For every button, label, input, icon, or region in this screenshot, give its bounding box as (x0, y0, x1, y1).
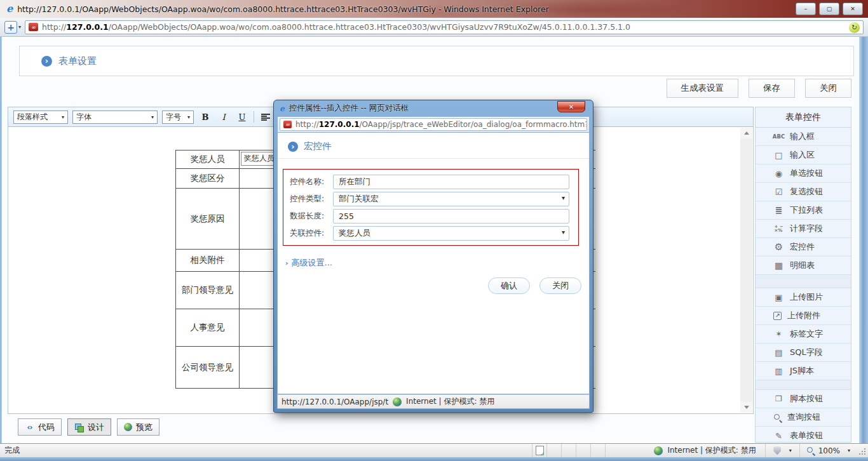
highlight-annotation-box: 控件名称:所在部门控件类型:部门关联宏数据长度:255关联控件:奖惩人员 (283, 169, 579, 246)
sidebar-item-label-text[interactable]: 标签文字 (756, 325, 851, 344)
sidebar-item-query-button[interactable]: 查询按钮 (756, 408, 851, 427)
canvas-scrollbar[interactable] (740, 128, 752, 413)
ie-logo-icon: e (280, 105, 285, 112)
minimize-button[interactable]: – (796, 3, 816, 15)
zone-text: Internet | 保护模式: 禁用 (667, 445, 756, 456)
sidebar-item-form-button[interactable]: 表单按钮 (756, 427, 851, 443)
pencil-icon (773, 431, 784, 441)
sidebar-separator (756, 380, 851, 390)
radio-icon (773, 169, 784, 178)
sidebar-item-label: 复选按钮 (790, 186, 823, 197)
italic-button[interactable]: I (217, 110, 231, 124)
sidebar-item-input-box[interactable]: 输入框 (756, 128, 851, 146)
close-button[interactable]: ✕ (843, 3, 863, 15)
favorites-add-icon[interactable]: + (4, 21, 17, 34)
grid-icon (773, 260, 784, 271)
browser-window: e http://127.0.0.1/OAapp/WebObjects/OAap… (0, 0, 868, 461)
field-label: 关联控件: (290, 228, 333, 239)
sidebar-item-label: 脚本按钮 (790, 393, 823, 404)
font-size-label: 字号 (166, 112, 181, 123)
close-page-button[interactable]: 关闭 (805, 79, 851, 98)
table-label-cell[interactable]: 人事意见 (176, 309, 240, 346)
table-label-cell[interactable]: 公司领导意见 (176, 347, 240, 388)
window-frame-left (0, 37, 2, 457)
underline-button[interactable]: U (235, 110, 249, 124)
sidebar-item-input-area[interactable]: 输入区 (756, 146, 851, 164)
field-input[interactable]: 所在部门 (333, 175, 569, 189)
sidebar-item-macro-control[interactable]: 宏控件 (756, 238, 851, 257)
tab-code[interactable]: 代码 (18, 418, 62, 436)
zoom-control[interactable]: 100% ▾ (800, 444, 857, 457)
refresh-icon[interactable]: ↻ (849, 22, 860, 33)
form-settings-header: 表单设置 (19, 46, 854, 76)
field-input[interactable]: 255 (333, 209, 569, 224)
sidebar-item-check-button[interactable]: 复选按钮 (756, 183, 851, 201)
table-label-cell[interactable]: 部门领导意见 (176, 272, 240, 309)
dialog-url: ∞ http://127.0.0.1/OAapp/jsp/trace_eWebE… (280, 118, 587, 131)
dialog-close-action-button[interactable]: 关闭 (539, 277, 581, 294)
save-button[interactable]: 保存 (749, 79, 795, 98)
tab-design[interactable]: 设计 (67, 418, 111, 436)
list-icon (773, 205, 784, 215)
sidebar-item-label: 输入区 (790, 149, 815, 161)
tab-label: 代码 (38, 422, 55, 433)
field-label: 数据长度: (290, 211, 333, 222)
chevron-down-icon[interactable]: ▾ (18, 24, 21, 30)
sidebar-item-upload-image[interactable]: 上传图片 (756, 288, 851, 307)
url-input[interactable]: ∞ http://127.0.0.1/OAapp/WebObjects/OAap… (25, 20, 864, 34)
sidebar-item-label: 查询按钮 (787, 411, 820, 423)
table-label-cell[interactable]: 相关附件 (176, 250, 240, 271)
address-bar: + ▾ ∞ http://127.0.0.1/OAapp/WebObjects/… (0, 18, 868, 37)
status-text: 完成 (0, 444, 532, 457)
sidebar-item-dropdown-list[interactable]: 下拉列表 (756, 201, 851, 220)
sidebar-item-upload-attachment[interactable]: 上传附件 (756, 307, 851, 325)
paragraph-style-label: 段落样式 (17, 112, 48, 123)
export-icon (773, 312, 782, 320)
field-select[interactable]: 奖惩人员 (333, 226, 569, 241)
tab-preview[interactable]: 预览 (117, 418, 159, 436)
wand-icon (773, 330, 784, 338)
advanced-settings-link[interactable]: 高级设置... (285, 257, 332, 269)
arrow-circle-icon (41, 56, 52, 67)
sidebar-item-radio-button[interactable]: 单选按钮 (756, 164, 851, 183)
font-select[interactable]: 字体▾ (72, 110, 158, 124)
scroll-up-icon[interactable] (740, 128, 752, 138)
resize-grip[interactable] (857, 446, 867, 456)
field-value: 255 (339, 211, 354, 221)
dialog-close-button[interactable]: ✕ (557, 101, 585, 112)
field-value: 部门关联宏 (339, 194, 379, 204)
url-host: 127.0.0.1 (66, 22, 108, 32)
align-left-button[interactable] (259, 110, 273, 124)
sidebar-item-js-script[interactable]: JS脚本 (756, 362, 851, 380)
status-bar: 完成 Internet | 保护模式: 禁用 ▾ 100% ▾ (0, 443, 868, 457)
scroll-down-icon[interactable] (740, 402, 752, 413)
dialog-title: 控件属性--插入控件 -- 网页对话框 (289, 103, 409, 114)
internet-zone-icon (654, 446, 663, 455)
sidebar-item-calc-field[interactable]: 计算字段 (756, 220, 851, 238)
maximize-button[interactable]: ▢ (819, 3, 839, 15)
bold-button[interactable]: B (198, 110, 212, 124)
font-size-select[interactable]: 字号▾ (162, 110, 194, 124)
field-select[interactable]: 部门关联宏 (333, 192, 569, 206)
table-label-cell[interactable]: 奖惩人员 (176, 150, 240, 168)
table-label-cell[interactable]: 奖惩原因 (176, 189, 240, 249)
copy-icon (773, 394, 784, 403)
sidebar-item-script-button[interactable]: 脚本按钮 (756, 390, 851, 408)
dialog-fields: 控件名称:所在部门控件类型:部门关联宏数据长度:255关联控件:奖惩人员 (283, 173, 578, 241)
font-label: 字体 (76, 112, 92, 123)
page-title: 表单设置 (58, 55, 97, 67)
dialog-url-path: /OAapp/jsp/trace_eWebEditor/oa_dialog/oa… (360, 120, 587, 129)
generate-table-settings-button[interactable]: 生成表设置 (667, 79, 739, 98)
table-label-cell[interactable]: 奖惩区分 (176, 169, 240, 188)
globe-icon (124, 423, 132, 431)
sidebar-item-sql-field[interactable]: SQL字段 (756, 344, 851, 362)
dialog-titlebar: e 控件属性--插入控件 -- 网页对话框 (277, 100, 590, 116)
confirm-button[interactable]: 确认 (488, 277, 530, 294)
check-icon (773, 187, 784, 197)
paragraph-style-select[interactable]: 段落样式▾ (13, 110, 68, 124)
sidebar-item-detail-table[interactable]: 明细表 (756, 257, 851, 275)
image-icon (773, 293, 784, 302)
sidebar-item-label: 明细表 (790, 260, 815, 271)
protected-mode-control[interactable]: ▾ (766, 444, 800, 457)
folder-icon (773, 348, 784, 357)
